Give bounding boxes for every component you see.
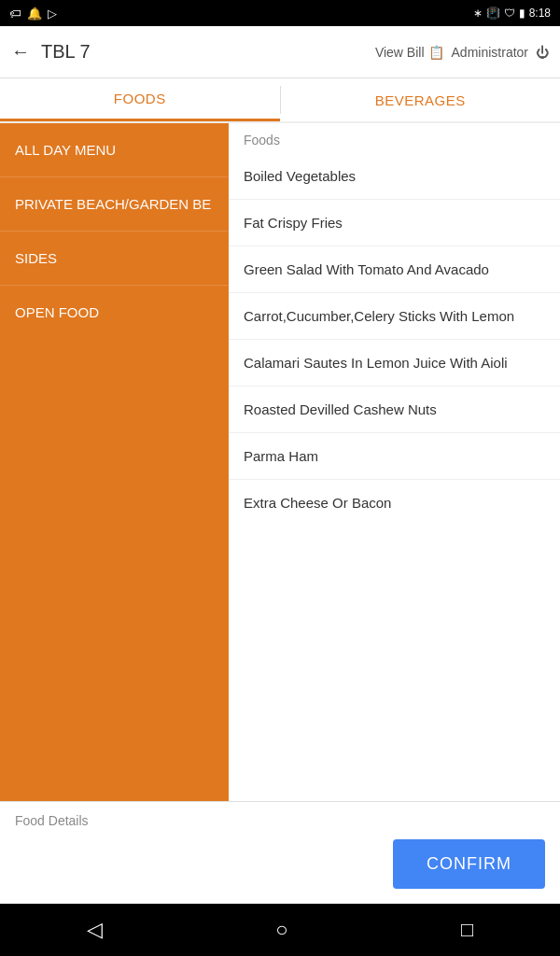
sidebar-item-sides[interactable]: SIDES (0, 232, 229, 286)
sidebar-item-all-day-menu[interactable]: ALL DAY MENU (0, 123, 229, 177)
food-item-cashew-nuts[interactable]: Roasted Devilled Cashew Nuts (229, 387, 560, 433)
tab-beverages[interactable]: BEVERAGES (281, 78, 561, 121)
bluetooth-icon: ∗ (473, 7, 483, 20)
admin-label: Administrator (452, 45, 528, 60)
food-item-fat-crispy-fries[interactable]: Fat Crispy Fries (229, 200, 560, 246)
bottom-section: Food Details CONFIRM (0, 801, 560, 904)
app-bar: ← TBL 7 View Bill 📋 Administrator ⏻ (0, 26, 560, 78)
time-display: 8:18 (529, 7, 551, 20)
foods-header: Foods (229, 123, 560, 153)
food-item-calamari[interactable]: Calamari Sautes In Lemon Juice With Aiol… (229, 340, 560, 387)
vibrate-icon: 📳 (486, 7, 500, 20)
nav-home-button[interactable]: ○ (275, 918, 287, 942)
notification-icon: 🔔 (27, 7, 42, 21)
confirm-button[interactable]: CONFIRM (393, 839, 545, 889)
view-bill-label: View Bill (375, 45, 425, 60)
nav-recents-button[interactable]: □ (461, 918, 473, 942)
view-bill-button[interactable]: View Bill 📋 (375, 45, 444, 60)
food-item-boiled-vegetables[interactable]: Boiled Vegetables (229, 153, 560, 200)
sidebar: ALL DAY MENU PRIVATE BEACH/GARDEN BE SID… (0, 123, 229, 801)
tab-bar: FOODS BEVERAGES (0, 78, 560, 123)
signal-icon: 🛡 (504, 7, 515, 20)
power-icon: ⏻ (536, 45, 549, 60)
food-item-green-salad[interactable]: Green Salad With Tomato And Avacado (229, 246, 560, 293)
bill-icon: 📋 (428, 45, 444, 60)
app-bar-title: TBL 7 (41, 41, 364, 63)
confirm-area: CONFIRM (15, 839, 545, 889)
main-content: ALL DAY MENU PRIVATE BEACH/GARDEN BE SID… (0, 123, 560, 801)
food-item-extra-cheese[interactable]: Extra Cheese Or Bacon (229, 480, 560, 526)
sidebar-item-open-food[interactable]: OPEN FOOD (0, 286, 229, 339)
nav-bar: ◁ ○ □ (0, 904, 560, 956)
back-button[interactable]: ← (11, 41, 30, 63)
app-bar-right: View Bill 📋 Administrator ⏻ (375, 45, 549, 60)
food-details-label: Food Details (15, 813, 545, 828)
status-bar-right: ∗ 📳 🛡 ▮ 8:18 (473, 7, 551, 20)
power-button[interactable]: ⏻ (536, 45, 549, 60)
sidebar-item-private-beach[interactable]: PRIVATE BEACH/GARDEN BE (0, 177, 229, 232)
food-item-carrot-sticks[interactable]: Carrot,Cucumber,Celery Sticks With Lemon (229, 293, 560, 340)
battery-icon: ▮ (519, 7, 525, 20)
status-bar: 🏷 🔔 ▷ ∗ 📳 🛡 ▮ 8:18 (0, 0, 560, 26)
play-icon: ▷ (48, 7, 57, 21)
nav-back-button[interactable]: ◁ (87, 918, 103, 942)
status-bar-left: 🏷 🔔 ▷ (9, 7, 57, 21)
tab-foods[interactable]: FOODS (0, 78, 280, 121)
app-icon: 🏷 (9, 7, 21, 21)
food-item-parma-ham[interactable]: Parma Ham (229, 433, 560, 480)
foods-panel: Foods Boiled Vegetables Fat Crispy Fries… (229, 123, 560, 801)
